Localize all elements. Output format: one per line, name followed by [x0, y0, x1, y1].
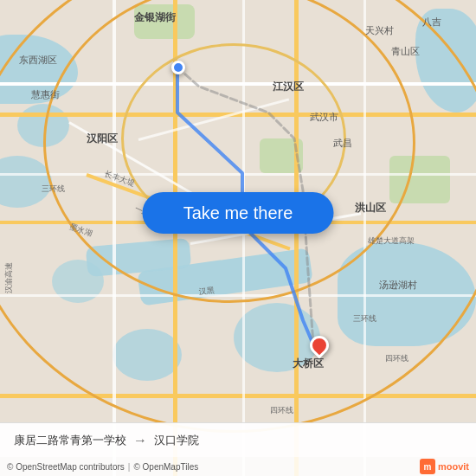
destination-marker	[310, 336, 331, 357]
moovit-icon: m	[420, 459, 435, 474]
take-me-there-button[interactable]: Take me there	[143, 192, 334, 234]
map-container: 金银湖街 八吉 青山区 东西湖区 天兴村 江汉区 武汉市 武昌 慧惠街 汉阳区 …	[0, 0, 476, 476]
label-hongshan: 洪山区	[355, 201, 386, 215]
moovit-logo: m moovit	[420, 459, 469, 474]
origin-marker	[171, 61, 187, 76]
moovit-text: moovit	[438, 461, 469, 472]
route-arrow: →	[133, 433, 147, 448]
label-hanyang: 汉阳区	[87, 132, 118, 146]
attribution-osm: © OpenStreetMap contributors	[7, 462, 125, 472]
route-from: 康居二路常青第一学校	[14, 433, 126, 448]
attribution-tiles: © OpenMapTiles	[133, 462, 198, 472]
route-to: 汉口学院	[154, 433, 199, 448]
attribution-sep: |	[128, 462, 131, 472]
label-jianghan: 江汉区	[273, 80, 304, 94]
destination-pin	[306, 331, 332, 358]
attribution-bar: © OpenStreetMap contributors | © OpenMap…	[0, 457, 476, 476]
route-info-bar: 康居二路常青第一学校 → 汉口学院	[0, 422, 476, 457]
origin-dot	[171, 61, 185, 74]
map-background: 金银湖街 八吉 青山区 东西湖区 天兴村 江汉区 武汉市 武昌 慧惠街 汉阳区 …	[0, 0, 476, 476]
label-jinyin: 金银湖街	[134, 10, 176, 25]
